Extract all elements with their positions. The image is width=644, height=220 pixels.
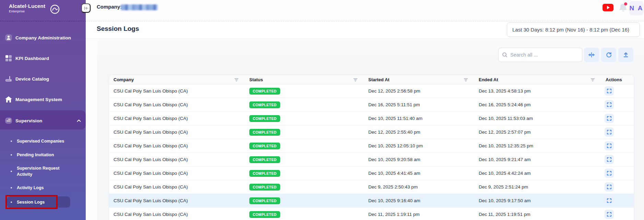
router-icon — [4, 75, 13, 83]
status-badge: COMPLETED — [249, 156, 280, 163]
play-triangle-icon — [607, 6, 610, 9]
search-input[interactable] — [510, 52, 579, 58]
cell-started: Dec 10, 2025 9:20:58 am — [364, 153, 474, 166]
status-badge: COMPLETED — [249, 101, 280, 108]
expand-row-button[interactable] — [605, 86, 614, 96]
cell-actions — [601, 84, 634, 98]
cell-started: Dec 10, 2025 11:51:40 am — [364, 112, 474, 125]
cell-company: CSU Cal Poly San Luis Obispo (CA) — [109, 112, 245, 125]
expand-icon — [607, 171, 611, 175]
table-row[interactable]: CSU Cal Poly San Luis Obispo (CA) COMPLE… — [109, 208, 634, 220]
cell-actions — [601, 98, 634, 111]
grid-icon — [4, 54, 13, 62]
cell-ended: Dec 12, 2025 2:57:07 pm — [474, 125, 601, 139]
cell-ended: Dec 10, 2025 9:21:47 am — [474, 153, 601, 166]
expand-row-button[interactable] — [605, 196, 614, 205]
sidebar-item-supervised-companies[interactable]: Supervised Companies — [0, 134, 86, 148]
bullet-icon — [11, 201, 12, 203]
status-badge: COMPLETED — [249, 170, 280, 177]
sidebar-item-label: Device Catalog — [15, 76, 49, 82]
cell-started: Dec 16, 2025 5:11:51 pm — [364, 98, 474, 111]
sidebar-item-management-system[interactable]: Management System — [0, 93, 86, 106]
avatar-initials: N A — [629, 4, 643, 12]
status-badge: COMPLETED — [249, 184, 280, 191]
expand-row-button[interactable] — [605, 141, 614, 150]
table-row[interactable]: CSU Cal Poly San Luis Obispo (CA) COMPLE… — [109, 167, 634, 180]
cell-started: Dec 10, 2025 4:41:45 am — [364, 167, 474, 180]
expand-row-button[interactable] — [605, 100, 614, 109]
youtube-icon[interactable] — [603, 4, 613, 11]
column-label: Company — [114, 77, 134, 82]
expand-icon — [607, 130, 611, 134]
table-row[interactable]: CSU Cal Poly San Luis Obispo (CA) COMPLE… — [109, 180, 634, 194]
cell-started: Dec 12, 2025 2:56:58 pm — [364, 84, 474, 98]
company-name-redacted — [121, 4, 158, 10]
sidebar-item-supervision[interactable]: Supervision — [0, 114, 86, 127]
cell-status: COMPLETED — [245, 98, 364, 111]
sidebar-subitem-label: Supervision Request Activity — [17, 165, 70, 178]
expand-row-button[interactable] — [605, 127, 614, 137]
cell-status: COMPLETED — [245, 153, 364, 166]
date-range-selector[interactable]: Last 30 Days: 8:12 pm (Nov 16) - 8:12 pm… — [507, 22, 640, 37]
expand-icon — [607, 116, 611, 121]
table-row[interactable]: CSU Cal Poly San Luis Obispo (CA) COMPLE… — [109, 84, 634, 98]
table-row[interactable]: CSU Cal Poly San Luis Obispo (CA) COMPLE… — [109, 125, 634, 139]
expand-row-button[interactable] — [605, 155, 614, 164]
cell-status: COMPLETED — [245, 194, 364, 207]
column-label: Actions — [606, 77, 622, 82]
cell-company: CSU Cal Poly San Luis Obispo (CA) — [109, 180, 245, 194]
export-button[interactable] — [618, 48, 633, 62]
table-row[interactable]: CSU Cal Poly San Luis Obispo (CA) COMPLE… — [109, 139, 634, 153]
expand-row-button[interactable] — [605, 169, 614, 178]
cell-started: Dec 11, 2025 1:19:11 pm — [364, 208, 474, 220]
cell-actions — [601, 208, 634, 220]
status-badge: COMPLETED — [249, 115, 280, 122]
status-badge: COMPLETED — [249, 129, 280, 136]
filter-icon[interactable] — [234, 77, 239, 82]
home-icon — [4, 95, 13, 103]
sidebar-item-activity-logs[interactable]: Activity Logs — [0, 181, 86, 195]
cell-status: COMPLETED — [245, 208, 364, 220]
column-header-started-at: Started At — [364, 75, 474, 84]
sidebar-item-label: Company Administration — [15, 35, 71, 40]
column-header-actions: Actions — [601, 75, 634, 84]
expand-row-button[interactable] — [605, 210, 614, 219]
sidebar-item-kpi-dashboard[interactable]: KPI Dashboard — [0, 51, 86, 65]
filter-icon[interactable] — [591, 77, 595, 82]
table-row[interactable]: CSU Cal Poly San Luis Obispo (CA) COMPLE… — [109, 194, 634, 208]
cell-actions — [601, 153, 634, 166]
table-row[interactable]: CSU Cal Poly San Luis Obispo (CA) COMPLE… — [109, 153, 634, 167]
expand-icon — [607, 157, 611, 162]
refresh-button[interactable] — [601, 48, 616, 62]
filter-icon[interactable] — [353, 77, 358, 82]
sidebar-item-supervision-request-activity[interactable]: Supervision Request Activity — [0, 163, 86, 179]
user-avatar[interactable]: N A — [629, 1, 644, 15]
status-badge: COMPLETED — [249, 88, 280, 95]
table-row[interactable]: CSU Cal Poly San Luis Obispo (CA) COMPLE… — [109, 98, 634, 112]
expand-icon — [607, 102, 611, 107]
bullet-icon — [11, 171, 12, 172]
cell-started: Dec 10, 2025 9:16:40 am — [364, 194, 474, 207]
sidebar-item-pending-invitation[interactable]: Pending Invitation — [0, 148, 86, 162]
sidebar-item-company-administration[interactable]: Company Administration — [0, 31, 86, 45]
cell-started: Dec 9, 2025 2:50:43 pm — [364, 180, 474, 194]
expand-row-button[interactable] — [605, 182, 614, 192]
cell-company: CSU Cal Poly San Luis Obispo (CA) — [109, 194, 245, 207]
expand-row-button[interactable] — [605, 114, 614, 123]
sidebar-item-device-catalog[interactable]: Device Catalog — [0, 72, 86, 86]
notifications-bell-icon[interactable] — [618, 2, 628, 13]
table-row[interactable]: CSU Cal Poly San Luis Obispo (CA) COMPLE… — [109, 112, 634, 125]
collapse-columns-button[interactable] — [584, 48, 599, 62]
refresh-icon — [606, 52, 612, 58]
bullet-icon — [11, 140, 12, 142]
brand-tagline: Enterprise — [9, 9, 45, 13]
cell-status: COMPLETED — [245, 125, 364, 139]
filter-icon[interactable] — [464, 77, 468, 82]
bullet-icon — [11, 187, 12, 188]
cell-company: CSU Cal Poly San Luis Obispo (CA) — [109, 84, 245, 98]
sidebar-item-session-logs[interactable]: Session Logs — [0, 196, 86, 208]
sidebar-collapse-button[interactable] — [81, 3, 91, 13]
sidebar-subitem-label: Pending Invitation — [17, 152, 54, 158]
cell-company: CSU Cal Poly San Luis Obispo (CA) — [109, 208, 245, 220]
cell-ended: Dec 10, 2025 4:42:24 am — [474, 167, 601, 180]
